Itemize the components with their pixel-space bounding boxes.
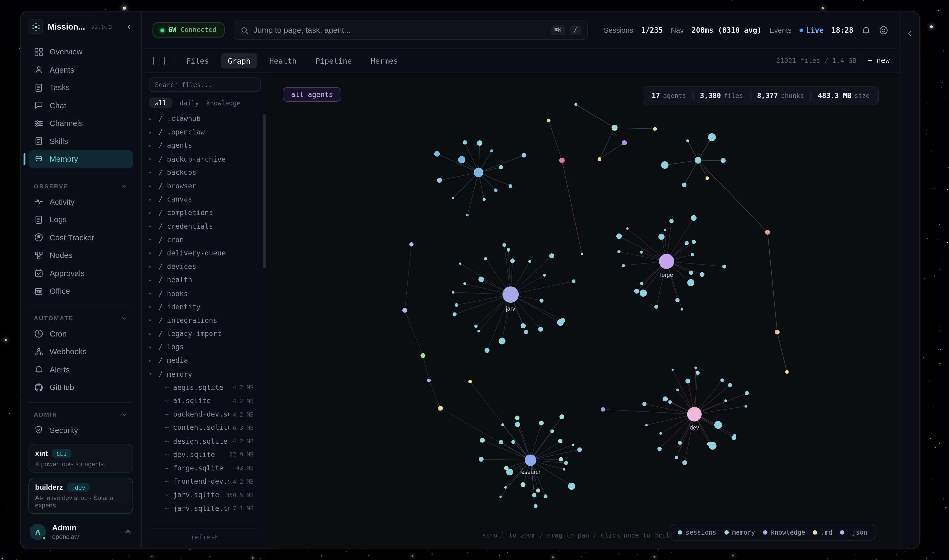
caret-right-icon[interactable]: ▸ [149,237,155,243]
chevron-up-icon[interactable] [124,528,132,536]
tree-folder-agents[interactable]: ▸/agents [149,139,261,152]
sidebar-item-chat[interactable]: Chat [29,97,133,115]
sidebar-item-approvals[interactable]: Approvals [29,264,133,282]
graph-satellite-node[interactable] [622,264,625,267]
panel-collapse-icon[interactable] [906,29,914,548]
tree-file-backend-dev-sql[interactable]: ~backend-dev.sql…4.2 MB [149,408,261,421]
graph-satellite-node[interactable] [720,378,724,382]
caret-right-icon[interactable]: ▸ [149,170,155,175]
graph-satellite-node[interactable] [540,298,543,303]
graph-satellite-node[interactable] [501,423,504,426]
tree-folder-logs[interactable]: ▸/logs [149,340,261,354]
tab-hermes[interactable]: Hermes [364,53,405,68]
promo-card-builderz[interactable]: builderz.devAI-native dev shop · Solana … [29,478,133,514]
sidebar-item-office[interactable]: Office [29,282,133,300]
graph-satellite-node[interactable] [437,178,442,183]
graph-hub-hubA[interactable] [474,168,483,177]
graph-satellite-node[interactable] [700,272,704,277]
graph-satellite-node[interactable] [732,435,736,440]
tree-folder-memory[interactable]: ▾/memory [149,367,261,381]
caret-right-icon[interactable]: ▸ [149,156,155,162]
tree-folder-backup-archive[interactable]: ▸/backup-archive [149,152,261,166]
graph-satellite-node[interactable] [510,258,515,263]
sidebar-item-memory[interactable]: Memory [29,150,133,168]
graph-satellite-node[interactable] [714,421,722,429]
graph-node-e4[interactable] [598,157,601,161]
caret-right-icon[interactable]: ▸ [149,264,155,269]
graph-satellite-node[interactable] [520,482,526,488]
graph-node-e8[interactable] [581,253,583,255]
gateway-status-pill[interactable]: GW Connected [152,22,224,37]
tree-folder-completions[interactable]: ▸/completions [149,206,261,220]
tree-folder-media[interactable]: ▸/media [149,354,261,367]
tree-folder-canvas[interactable]: ▸/canvas [149,192,261,206]
graph-satellite-node[interactable] [686,140,689,142]
graph-node-mint[interactable] [612,125,618,131]
graph-satellite-node[interactable] [458,156,466,163]
graph-satellite-node[interactable] [675,298,680,303]
graph-node-p1[interactable] [601,407,605,412]
graph-satellite-node[interactable] [479,457,484,462]
graph-satellite-node[interactable] [559,414,564,419]
graph-satellite-node[interactable] [672,369,674,371]
graph-satellite-node[interactable] [634,289,639,294]
sidebar-item-activity[interactable]: Activity [29,193,133,211]
graph-satellite-node[interactable] [692,240,696,244]
graph-satellite-node[interactable] [663,397,668,402]
agents-filter-chip[interactable]: all agents [283,87,341,102]
graph-satellite-node[interactable] [452,291,454,294]
graph-hub-hubB[interactable] [695,157,701,163]
section-header-admin[interactable]: ADMIN [29,408,133,421]
tab-pipeline[interactable]: Pipeline [309,53,358,68]
graph-satellite-node[interactable] [459,262,461,265]
graph-satellite-node[interactable] [538,327,543,332]
filter-knowledge[interactable]: knowledge [206,99,240,106]
feedback-smiley-icon[interactable] [879,25,889,35]
graph-satellite-node[interactable] [681,308,683,311]
graph-satellite-node[interactable] [515,415,520,420]
refresh-button[interactable]: refresh [149,528,261,549]
tree-file-design-sqlite[interactable]: ~design.sqlite4.2 MB [149,434,261,448]
graph-satellite-node[interactable] [557,319,564,326]
graph-satellite-node[interactable] [626,228,629,230]
tree-folder-cron[interactable]: ▸/cron [149,233,261,246]
graph-satellite-node[interactable] [668,400,672,404]
layout-columns-icon[interactable]: ||| [151,56,168,65]
sidebar-item-tasks[interactable]: Tasks [29,79,133,97]
graph-node-c4[interactable] [427,378,431,382]
tree-folder-hooks[interactable]: ▸/hooks [149,287,261,300]
graph-satellite-node[interactable] [687,279,694,286]
tree-folder-integrations[interactable]: ▸/integrations [149,314,261,327]
graph-satellite-node[interactable] [640,289,647,297]
tree-folder-identity[interactable]: ▸/identity [149,300,261,314]
graph-node-c1[interactable] [409,242,414,246]
graph-satellite-node[interactable] [474,325,478,328]
promo-card-xint[interactable]: xintCLIX power tools for agents. [29,444,133,473]
graph-satellite-node[interactable] [705,177,709,180]
graph-node-s1[interactable] [765,230,770,235]
caret-down-icon[interactable]: ▾ [149,371,155,377]
tree-file-dev-sqlite[interactable]: ~dev.sqlite22.9 MB [149,448,261,461]
graph-satellite-node[interactable] [463,282,466,285]
graph-satellite-node[interactable] [466,214,469,216]
graph-node-c3[interactable] [421,353,425,358]
graph-satellite-node[interactable] [707,442,712,446]
tree-folder-devices[interactable]: ▸/devices [149,260,261,273]
graph-satellite-node[interactable] [484,348,489,353]
graph-hub-forge[interactable] [659,254,674,269]
graph-satellite-node[interactable] [491,149,494,152]
graph-satellite-node[interactable] [683,460,687,465]
graph-satellite-node[interactable] [521,323,526,328]
graph-satellite-node[interactable] [504,466,509,471]
graph-hub-research[interactable] [525,455,536,466]
graph-satellite-node[interactable] [543,274,546,277]
sidebar-item-security[interactable]: Security [29,421,133,439]
filter-daily[interactable]: daily [180,99,199,106]
caret-right-icon[interactable]: ▸ [149,129,155,135]
graph-satellite-node[interactable] [455,303,458,307]
tree-file-aegis-sqlite[interactable]: ~aegis.sqlite4.2 MB [149,381,261,394]
graph-satellite-node[interactable] [434,151,440,157]
graph-satellite-node[interactable] [503,243,506,247]
filter-all[interactable]: all [149,97,172,108]
file-search-input[interactable] [149,77,261,92]
